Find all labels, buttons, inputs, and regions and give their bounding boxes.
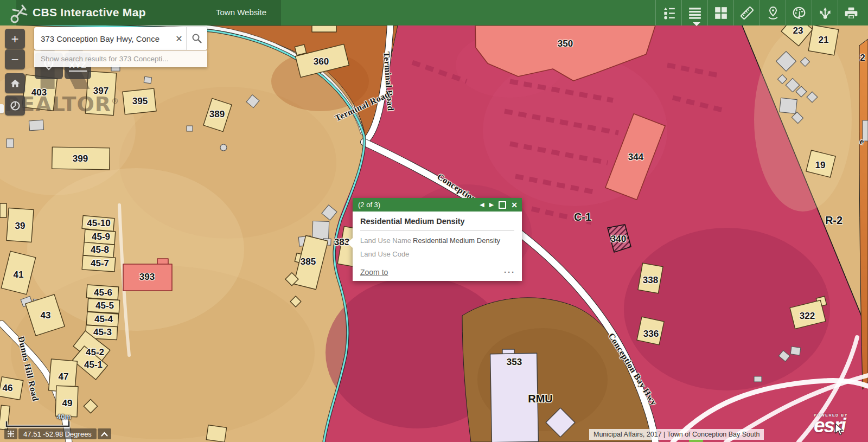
popup-title: Residential Medium Density <box>360 217 514 231</box>
zoom-in-button[interactable]: + <box>5 29 25 49</box>
popup-close-icon[interactable]: ✕ <box>511 201 518 209</box>
home-extent-button[interactable] <box>5 73 25 93</box>
popup-field-row: Land Use Name Residential Medium Density <box>360 236 514 245</box>
search-input[interactable] <box>34 27 172 50</box>
popup-pagination: (2 of 3) <box>358 201 380 209</box>
search-button[interactable] <box>186 27 207 50</box>
popup-prev-icon[interactable]: ◀ <box>480 202 484 208</box>
search-box: ✕ <box>34 27 207 50</box>
scale-label: 40m <box>57 413 71 421</box>
coordinate-widget: 47.51 -52.98 Degrees <box>4 428 111 439</box>
cbs-interactive-map-app: 4033973953893993603503443403941434749464… <box>0 0 868 442</box>
legend-icon[interactable] <box>655 0 681 25</box>
popup-next-icon[interactable]: ▶ <box>489 202 494 208</box>
field-value: Residential Medium Density <box>413 236 500 245</box>
draw-icon[interactable] <box>786 0 812 25</box>
layer-list-icon[interactable] <box>681 0 707 25</box>
mouse-coords-icon[interactable] <box>4 428 17 439</box>
popup-body: Residential Medium Density Land Use Name… <box>353 212 522 281</box>
field-label: Land Use Code <box>360 250 413 258</box>
popup-field-row: Land Use Code <box>360 250 514 258</box>
coords-expand-button[interactable] <box>98 428 111 439</box>
search-widget: ✕ Show search results for 373 Concepti..… <box>34 27 207 67</box>
page-title: CBS Interactive Map <box>33 6 146 19</box>
recenter-button[interactable] <box>5 95 25 116</box>
panel-edge-handle[interactable] <box>0 104 4 113</box>
scale-bar <box>5 420 71 428</box>
near-me-icon[interactable] <box>760 0 786 25</box>
search-suggestion[interactable]: Show search results for 373 Concepti... <box>34 50 207 67</box>
feature-popup: (2 of 3) ◀ ▶ ✕ Residential Medium Densit… <box>353 198 522 281</box>
town-website-link[interactable]: Town Website <box>216 8 266 17</box>
share-icon[interactable] <box>812 0 838 25</box>
header-toolbar <box>655 0 864 25</box>
measure-icon[interactable] <box>733 0 760 25</box>
popup-maximize-icon[interactable] <box>499 201 506 209</box>
mouse-cursor <box>834 423 844 436</box>
home-icon <box>9 78 21 89</box>
basemap-gallery-icon[interactable] <box>707 0 733 25</box>
field-label: Land Use Name <box>360 236 413 245</box>
town-logo-icon <box>8 2 30 24</box>
search-clear-icon[interactable]: ✕ <box>172 27 186 50</box>
attribution-bar: Municipal Affairs, 2017 | Town of Concep… <box>589 429 764 440</box>
coordinates-readout: 47.51 -52.98 Degrees <box>18 428 97 439</box>
zoom-to-link[interactable]: Zoom to <box>360 268 388 277</box>
popup-footer: Zoom to ··· <box>360 267 515 277</box>
active-tool-caret <box>693 22 700 26</box>
more-options-icon[interactable]: ··· <box>504 267 515 277</box>
popup-header[interactable]: (2 of 3) ◀ ▶ ✕ <box>353 198 522 212</box>
app-header: CBS Interactive Map Town Website <box>0 0 868 25</box>
minus-icon: − <box>11 53 18 66</box>
search-icon <box>192 33 202 44</box>
print-icon[interactable] <box>838 0 864 25</box>
plus-icon: + <box>11 33 18 46</box>
popup-anchor <box>347 238 353 248</box>
compass-circle-icon <box>9 100 21 112</box>
zoom-out-button[interactable]: − <box>5 49 25 69</box>
